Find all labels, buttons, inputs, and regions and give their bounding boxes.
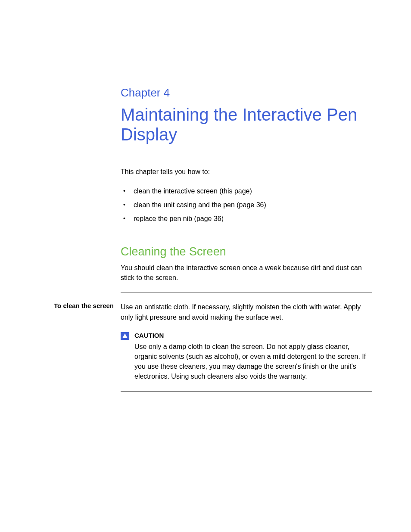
section-intro-text: You should clean the interactive screen … <box>121 263 372 283</box>
procedure-text: Use an antistatic cloth. If necessary, s… <box>121 302 372 322</box>
caution-text: Use only a damp cloth to clean the scree… <box>134 342 372 382</box>
divider <box>121 292 372 292</box>
list-item: replace the pen nib (page 36) <box>121 212 372 226</box>
bullet-list: clean the interactive screen (this page)… <box>121 184 372 226</box>
chapter-title: Maintaining the Interactive Pen Display <box>121 105 372 144</box>
caution-icon <box>121 332 129 340</box>
intro-text: This chapter tells you how to: <box>121 168 372 176</box>
chapter-label: Chapter 4 <box>121 86 372 100</box>
caution-block: CAUTION Use only a damp cloth to clean t… <box>121 332 372 382</box>
list-item: clean the interactive screen (this page) <box>121 184 372 198</box>
section-heading: Cleaning the Screen <box>121 245 372 258</box>
list-item: clean the unit casing and the pen (page … <box>121 198 372 212</box>
procedure-label: To clean the screen <box>43 302 121 322</box>
divider <box>121 391 372 392</box>
caution-label: CAUTION <box>134 332 372 339</box>
